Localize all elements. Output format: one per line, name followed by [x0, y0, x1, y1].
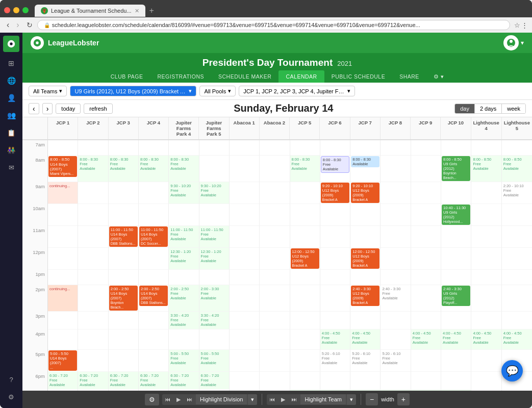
- event-11am-jcp4[interactable]: 11:00 - 11:50U14 Boys (2007)DC Soccer...: [139, 226, 168, 247]
- toolbar-team-skip-back-button[interactable]: ⏮: [267, 394, 277, 404]
- division-filter[interactable]: U9 Girls (2012), U12 Boys (2009) Bracket…: [70, 86, 196, 96]
- toolbar-width-plus-button[interactable]: +: [397, 393, 410, 405]
- new-tab-button[interactable]: +: [145, 4, 158, 17]
- view-week-button[interactable]: week: [501, 104, 525, 113]
- nav-item-calendar[interactable]: CALENDAR: [278, 70, 324, 83]
- tab-close-icon[interactable]: ✕: [135, 8, 139, 14]
- cell-12pm-9[interactable]: 12:00 - 12:50U12 Boys (2009)Bracket A: [290, 248, 320, 270]
- sidebar-icon-clipboard[interactable]: 📋: [3, 124, 19, 141]
- cell-2pm-14[interactable]: 2:40 - 3:30U9 Girls (2012)Playoff...: [441, 285, 471, 312]
- nav-item-share[interactable]: SHARE: [392, 70, 426, 83]
- cell-3pm-12: [381, 312, 411, 329]
- sidebar-icon-help[interactable]: ?: [3, 371, 19, 388]
- cell-8am-1[interactable]: 8:00 - 8:50 U14 Boys (2007) Miami Vipers…: [48, 156, 78, 182]
- browser-tab-active[interactable]: 🦞 League & Tournament Schedu... ✕: [35, 5, 145, 17]
- nav-item-schedule-maker[interactable]: SCHEDULE MAKER: [211, 70, 278, 83]
- event-5pm-jcp1[interactable]: 5:00 - 5:50U14 Boys (2007)...: [48, 350, 77, 371]
- sidebar-icon-mail[interactable]: ✉: [3, 159, 19, 175]
- toolbar-div-skip-back-button[interactable]: ⏮: [162, 394, 173, 404]
- toolbar-div-play-button[interactable]: ▶: [174, 394, 183, 405]
- event-8am-jcp6[interactable]: 8:00 - 8:30 FreeAvailable: [321, 156, 349, 173]
- nav-refresh-button[interactable]: ↻: [24, 20, 35, 30]
- event-12pm-jcp7[interactable]: 12:00 - 12:50U12 Boys (2009)Bracket A: [351, 248, 379, 269]
- toolbar-team-skip-forward-button[interactable]: ⏭: [289, 394, 299, 404]
- event-8am-jcp10[interactable]: 8:00 - 8:50U9 Girls (2012)Boynton Beach.…: [442, 156, 470, 181]
- toolbar-team-play-button[interactable]: ▶: [278, 394, 288, 405]
- cell-11am-3[interactable]: 11:00 - 11:50U14 Boys (2007)DBB Stallion…: [109, 226, 139, 248]
- view-day-button[interactable]: day: [455, 104, 474, 113]
- sidebar-icon-home[interactable]: [3, 36, 19, 52]
- cell-9am-jcp6[interactable]: 9:20 - 10:10U12 Boys (2009)Bracket A: [320, 182, 350, 204]
- sidebar-icon-settings[interactable]: ⚙: [3, 389, 19, 405]
- event-9am-jcp7[interactable]: 9:20 - 10:10U12 Boys (2009)Bracket A: [351, 183, 379, 203]
- cell-11am-16: [502, 226, 532, 248]
- view-2days-button[interactable]: 2 days: [474, 104, 501, 113]
- nav-back-button[interactable]: ‹: [4, 20, 12, 30]
- tab-favicon: 🦞: [41, 7, 48, 14]
- calendar-wrapper[interactable]: JCP 1 JCP 2 JCP 3 JCP 4 Jupiter Farms Pa…: [22, 117, 532, 391]
- browser-bookmark-btn[interactable]: ☆: [514, 21, 520, 29]
- nav-item-registrations[interactable]: REGISTRATIONS: [150, 70, 211, 83]
- toolbar-div-dropdown-button[interactable]: ▾: [248, 394, 257, 405]
- event-8am-jcp7[interactable]: 8:00 - 8:30Available: [351, 156, 379, 167]
- toolbar-team-dropdown-button[interactable]: ▾: [347, 394, 356, 405]
- profile-avatar[interactable]: [503, 35, 519, 50]
- event-8am-jcp1[interactable]: 8:00 - 8:50 U14 Boys (2007) Miami Vipers…: [48, 156, 77, 177]
- traffic-light-red[interactable]: [4, 7, 10, 13]
- profile-dropdown-icon[interactable]: ▾: [521, 39, 524, 46]
- cell-12pm-3: [109, 248, 139, 270]
- cell-8am-14[interactable]: 8:00 - 8:50U9 Girls (2012)Boynton Beach.…: [441, 156, 471, 182]
- cell-10am-14[interactable]: 10:40 - 11:30U9 Girls (2012)Hollywood...: [441, 204, 471, 226]
- nav-item-club-page[interactable]: CLUB PAGE: [104, 70, 150, 83]
- cell-12pm-8: [260, 248, 290, 270]
- teams-filter[interactable]: All Teams ▾: [29, 86, 67, 96]
- time-row-3pm: 3pm 3:30 - 4:20 FreeAvailable 3:30 - 4:2…: [22, 312, 532, 329]
- cell-12pm-11[interactable]: 12:00 - 12:50U12 Boys (2009)Bracket A: [350, 248, 381, 270]
- event-11am-jcp3[interactable]: 11:00 - 11:50U14 Boys (2007)DBB Stallion…: [109, 226, 138, 247]
- sidebar-icon-group[interactable]: 👥: [3, 107, 19, 123]
- traffic-light-yellow[interactable]: [13, 7, 19, 13]
- browser-menu-btn[interactable]: ⋮: [521, 21, 528, 29]
- pools-filter[interactable]: All Pools ▾: [199, 86, 236, 96]
- refresh-button[interactable]: refresh: [84, 104, 112, 114]
- nav-forward-button[interactable]: ›: [14, 20, 21, 30]
- toolbar-width-minus-button[interactable]: −: [366, 393, 378, 405]
- cell-2pm-4[interactable]: 2:00 - 2:50U14 Boys (2007)DBB Stallions.…: [139, 285, 169, 312]
- sidebar-icon-dashboard[interactable]: ⊞: [3, 55, 19, 71]
- tournament-title-bar: President's Day Tournament 2021: [22, 53, 532, 70]
- event-2pm-jcp3[interactable]: 2:00 - 2:50U14 Boys (2007)Boynton Beach.…: [109, 286, 138, 311]
- url-bar[interactable]: 🔒 scheduler.leaguelobster.com/schedule/c…: [37, 20, 510, 30]
- nav-item-more[interactable]: ⚙ ▾: [426, 70, 451, 83]
- sidebar-icon-users[interactable]: 👫: [3, 142, 19, 158]
- event-9am-jcp6[interactable]: 9:20 - 10:10U12 Boys (2009)Bracket A: [321, 183, 349, 203]
- cell-4pm-12: [381, 329, 411, 350]
- venues-filter[interactable]: JCP 1, JCP 2, JCP 3, JCP 4, Jupiter Farm…: [239, 86, 355, 96]
- toolbar-div-skip-forward-button[interactable]: ⏭: [184, 394, 195, 404]
- event-2pm-jcp4[interactable]: 2:00 - 2:50U14 Boys (2007)DBB Stallions.…: [139, 286, 168, 306]
- cell-5pm-1[interactable]: 5:00 - 5:50U14 Boys (2007)...: [48, 350, 78, 372]
- sidebar-icon-globe[interactable]: 🌐: [3, 72, 19, 89]
- cell-9am-jcp7[interactable]: 9:20 - 10:10U12 Boys (2009)Bracket A: [350, 182, 381, 204]
- today-button[interactable]: today: [56, 104, 81, 114]
- cell-11am-4[interactable]: 11:00 - 11:50U14 Boys (2007)DC Soccer...: [139, 226, 169, 248]
- cell-10am-16: [502, 204, 532, 226]
- cell-2pm-11[interactable]: 2:40 - 3:30U12 Boys (2009)Bracket A: [350, 285, 381, 312]
- app-sidebar: ⊞ 🌐 👤 👥 📋 👫 ✉ ? ⚙: [0, 33, 22, 408]
- sidebar-icon-person[interactable]: 👤: [3, 90, 19, 106]
- cell-3pm-8: [260, 312, 290, 329]
- prev-button[interactable]: ‹: [29, 103, 39, 114]
- toolbar-settings-button[interactable]: ⚙: [145, 394, 159, 405]
- cell-2pm-3[interactable]: 2:00 - 2:50U14 Boys (2007)Boynton Beach.…: [109, 285, 139, 312]
- nav-item-public-schedule[interactable]: PUBLIC SCHEDULE: [324, 70, 393, 83]
- next-button[interactable]: ›: [42, 103, 53, 114]
- event-12pm-jcp5[interactable]: 12:00 - 12:50U12 Boys (2009)Bracket A: [291, 248, 319, 269]
- event-2pm-jcp7[interactable]: 2:40 - 3:30U12 Boys (2009)Bracket A: [351, 286, 379, 306]
- event-2pm-jcp10[interactable]: 2:40 - 3:30U9 Girls (2012)Playoff...: [442, 286, 470, 306]
- event-10am-jcp10[interactable]: 10:40 - 11:30U9 Girls (2012)Hollywood...: [442, 205, 470, 225]
- time-label-2pm: 2pm: [22, 285, 48, 312]
- cell-7am-12: [381, 140, 411, 156]
- chat-button[interactable]: 💬: [501, 360, 523, 381]
- cell-7am-7: [230, 140, 260, 156]
- traffic-light-green[interactable]: [22, 7, 29, 13]
- cell-9am-4: [139, 182, 169, 204]
